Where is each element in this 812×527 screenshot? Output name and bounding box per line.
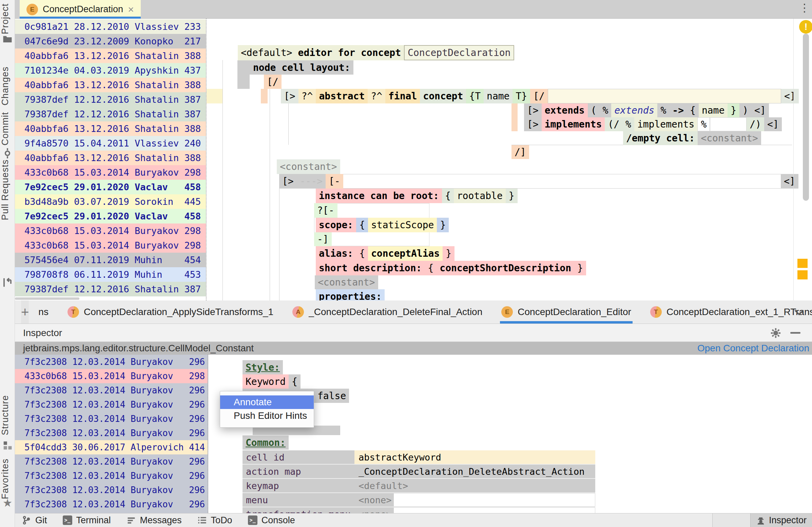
editor-cell[interactable]: } [443, 246, 454, 261]
blame-row[interactable]: 7f3c2308 12.03.2014 Buryakov 296 [15, 426, 207, 440]
editor-cell[interactable]: } [506, 189, 518, 203]
editor-cell[interactable]: Style: [243, 360, 283, 375]
blame-row[interactable]: b3d48a9b 03.07.2019 Sorokin 445 [15, 194, 206, 209]
editor-cell[interactable]: final [385, 89, 420, 103]
editor-cell[interactable]: conceptShortDescription [436, 261, 574, 275]
blame-row[interactable]: 9f4a8570 15.04.2011 Vlassiev 240 [15, 136, 206, 150]
editor-cell[interactable]: T} [512, 89, 530, 103]
inspector-statusbar-toggle[interactable]: Inspector [750, 513, 812, 527]
property-value-text[interactable]: <none> [354, 493, 394, 507]
hide-icon[interactable] [790, 332, 800, 334]
editor-cell[interactable] [548, 89, 781, 103]
editor-cell[interactable]: <] [781, 174, 798, 189]
editor-cell[interactable]: ConceptDeclaration [404, 45, 514, 60]
editor-cell[interactable]: { [687, 103, 699, 117]
editor-cell[interactable]: % [600, 103, 611, 117]
editor-cell[interactable]: } [574, 261, 586, 275]
editor-cell[interactable]: % [697, 117, 710, 131]
editor-cell[interactable]: % [622, 117, 634, 131]
toolbar-favorites[interactable]: Favorites [0, 458, 15, 499]
property-value-text[interactable]: <none> [354, 507, 394, 513]
property-value[interactable]: <default> [354, 479, 595, 493]
blame-row[interactable]: 433c0b68 15.03.2014 Buryakov 298 [15, 369, 207, 383]
aspect-tab[interactable]: TConceptDeclaration_ApplySideTransforms_… [58, 301, 283, 323]
blame-row[interactable]: 7e92cec5 29.01.2020 Vaclav 458 * [15, 209, 206, 223]
error-stripe-mark[interactable] [797, 270, 808, 279]
editor-cell[interactable]: alias: [316, 246, 356, 261]
editor-cell[interactable]: implements [634, 117, 698, 131]
editor-cell[interactable]: <constant> [698, 131, 761, 145]
editor-cell[interactable] [710, 117, 746, 131]
blame-row[interactable]: 0c981a21 28.12.2010 Vlassiev 233 [15, 19, 206, 34]
editor-cell[interactable]: (/ [605, 117, 622, 131]
blame-row[interactable]: 79387def 12.12.2016 Shatalin 387 [15, 107, 206, 121]
blame-row[interactable]: 433c0b68 15.03.2014 Buryakov 298 [15, 165, 206, 180]
blame-row[interactable]: 7f3c2308 12.03.2014 Buryakov 296 [15, 412, 207, 426]
chevron-down-icon[interactable] [789, 301, 809, 324]
blame-row[interactable]: 79387def 12.12.2016 Shatalin 387 [15, 92, 206, 107]
editor-cell[interactable]: <] [764, 117, 782, 131]
aspect-tab[interactable]: A_ConceptDeclaration_DeleteFinal_Action [283, 301, 492, 323]
editor-cell[interactable]: <] [781, 89, 799, 103]
blame-row[interactable]: 433c0b68 15.03.2014 Buryakov 298 [15, 238, 206, 253]
empty-cell[interactable] [394, 507, 595, 513]
star-icon[interactable]: ★ [2, 498, 13, 508]
pull-request-icon[interactable] [2, 277, 13, 288]
blame-row[interactable]: 7f3c2308 12.03.2014 Buryakov 296 [15, 355, 207, 369]
add-tab-button[interactable]: + [21, 301, 29, 323]
mps-cell-editor[interactable]: <default> editor for conceptConceptDecla… [206, 19, 812, 301]
editor-cell[interactable]: staticScope [368, 218, 437, 232]
gear-icon[interactable] [770, 327, 782, 339]
editor-cell[interactable]: ?^ [368, 89, 385, 103]
statusbar-item-messages[interactable]: Messages [127, 515, 182, 526]
editor-cell[interactable]: -> [669, 103, 687, 117]
editor-cell[interactable]: <] [751, 103, 769, 117]
blame-row[interactable]: 575456e4 07.11.2019 Muhin 454 [15, 253, 206, 267]
editor-cell[interactable]: /empty cell: [623, 131, 698, 145]
property-value[interactable]: _ConceptDeclaration_DeleteAbstract_Actio… [354, 465, 595, 479]
tab-concept-declaration[interactable]: E ConceptDeclaration × [20, 0, 141, 19]
editor-cell[interactable]: name [484, 89, 512, 103]
editor-cell[interactable]: /) [746, 117, 764, 131]
editor-cell[interactable]: [/ [264, 75, 281, 89]
editor-cell[interactable]: scope: [316, 218, 356, 232]
property-value[interactable]: abstractKeyword [354, 450, 595, 465]
git-blame-gutter[interactable]: 0c981a21 28.12.2010 Vlassiev 233047c6e9d… [15, 19, 206, 301]
close-icon[interactable]: × [128, 4, 134, 15]
editor-cell[interactable]: [> [524, 103, 542, 117]
editor-cell[interactable]: abstract [316, 89, 368, 103]
inspector-blame-gutter[interactable]: 7f3c2308 12.03.2014 Buryakov 296433c0b68… [15, 355, 208, 513]
blame-row[interactable]: 7f3c2308 12.03.2014 Buryakov 296 [15, 397, 207, 412]
horizontal-scrollbar-thumb[interactable] [15, 297, 79, 300]
property-value[interactable]: <none> [354, 493, 595, 507]
editor-cell[interactable]: <default> editor for concept [238, 45, 404, 60]
editor-cell[interactable]: <constant> [315, 275, 378, 289]
editor-cell[interactable]: {T [466, 89, 484, 103]
editor-cell[interactable]: implements [542, 117, 605, 131]
blame-row[interactable]: 79387def 12.12.2016 Shatalin 387 [15, 282, 206, 296]
blame-row[interactable]: 5f04cdd3 30.06.2017 Alperovich 414 [15, 440, 207, 454]
editor-cell[interactable]: Common: [243, 436, 289, 450]
editor-cell[interactable]: ( [588, 103, 600, 117]
scrollbar-thumb[interactable] [803, 33, 809, 201]
editor-cell[interactable]: ---> [297, 174, 325, 189]
editor-cell[interactable]: [/ [530, 89, 548, 103]
editor-cell[interactable]: extends [611, 103, 657, 117]
statusbar-item-todo[interactable]: ToDo [198, 515, 232, 526]
blame-row[interactable]: 40abbfa6 13.12.2016 Shatalin 388 [15, 78, 206, 92]
editor-cell[interactable]: [> [524, 117, 542, 131]
editor-cell[interactable]: } [437, 218, 449, 232]
menu-item-push-editor-hints[interactable]: Push Editor Hints [220, 409, 314, 423]
toolbar-project[interactable]: Project [0, 3, 15, 34]
toolbar-structure[interactable]: Structure [0, 395, 15, 436]
editor-cell[interactable]: -] [314, 232, 332, 246]
property-value[interactable]: <none> [354, 507, 595, 513]
blame-row[interactable]: 40abbfa6 13.12.2016 Shatalin 388 [15, 121, 206, 136]
editor-cell[interactable]: [- [325, 174, 343, 189]
editor-cell[interactable]: false [315, 389, 349, 403]
editor-cell[interactable]: rootable [454, 189, 506, 203]
editor-cell[interactable]: { [356, 246, 368, 261]
blame-row[interactable]: 40abbfa6 13.12.2016 Shatalin 388 [15, 48, 206, 63]
blame-row[interactable]: 7f3c2308 12.03.2014 Buryakov 296 [15, 469, 207, 483]
editor-cell[interactable]: [> [281, 89, 299, 103]
